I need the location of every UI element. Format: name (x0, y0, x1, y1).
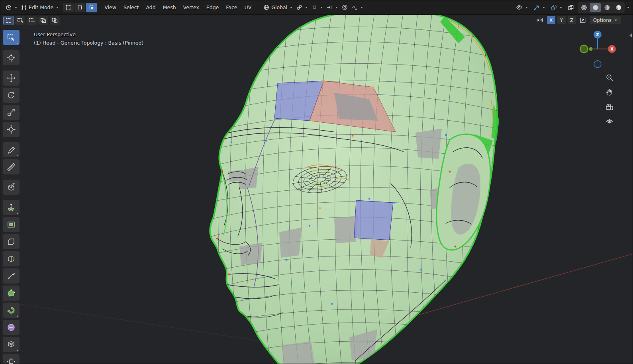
gizmo-z-negative[interactable] (594, 61, 601, 68)
orientation-globe-icon (263, 4, 269, 10)
menu-face[interactable]: Face (222, 3, 241, 12)
select-preset-new[interactable] (4, 16, 14, 25)
tool-rotate[interactable] (3, 88, 20, 103)
select-mode-edge[interactable] (74, 3, 85, 12)
blender-window: User Perspective (1) Head - Generic Topo… (0, 0, 633, 364)
menu-mesh[interactable]: Mesh (159, 3, 180, 12)
tool-spin[interactable] (3, 303, 20, 318)
snap-toggle[interactable] (310, 3, 325, 12)
show-gizmos-dropdown[interactable] (531, 3, 547, 12)
mirror-options-group: X Y Z Options (535, 16, 621, 24)
select-preset-intersect[interactable] (50, 16, 60, 25)
select-mode-vertex[interactable] (63, 3, 74, 12)
shading-solid-button[interactable] (590, 3, 601, 12)
tool-transform[interactable] (3, 122, 20, 137)
tool-select-box[interactable] (3, 30, 20, 45)
annotate-pen-icon (7, 145, 16, 154)
tool-annotate[interactable] (3, 142, 20, 157)
proportional-editing-toggle[interactable] (340, 3, 350, 12)
tool-inset-faces[interactable] (3, 217, 20, 232)
select-mode-group (63, 3, 97, 12)
menu-add[interactable]: Add (142, 3, 159, 12)
mirror-axis-x[interactable]: X (547, 16, 555, 24)
tool-move[interactable] (3, 70, 20, 86)
snap-target-dropdown[interactable] (325, 3, 340, 12)
menu-uv[interactable]: UV (241, 3, 255, 12)
pivot-point-dropdown[interactable] (294, 3, 310, 12)
mirror-axis-y[interactable]: Y (557, 16, 566, 24)
mirror-butterfly-icon (537, 17, 543, 23)
knife-icon (7, 272, 16, 280)
shading-material-button[interactable] (602, 3, 612, 12)
menu-select[interactable]: Select (120, 3, 143, 12)
toggle-xray-button[interactable] (566, 3, 576, 12)
tool-measure[interactable] (3, 159, 20, 174)
mirror-axis-z[interactable]: Z (568, 16, 576, 24)
falloff-curve-icon (352, 4, 358, 10)
select-box-icon (7, 33, 16, 42)
shading-solid-icon (592, 4, 599, 11)
smooth-sphere-icon (7, 323, 16, 332)
viewport-header: Edit Mode (0, 0, 633, 15)
tool-scale[interactable] (3, 105, 20, 120)
editor-type-icon (6, 4, 12, 11)
tool-loop-cut[interactable] (3, 251, 20, 266)
edge-slide-icon (7, 340, 16, 349)
editor-type-button[interactable] (4, 3, 19, 12)
orientation-dropdown[interactable]: Global (261, 3, 294, 12)
edit-mode-icon (21, 5, 27, 10)
gizmo-y-axis[interactable] (580, 45, 588, 53)
region-resize-handle[interactable] (629, 33, 632, 37)
orientation-label: Global (271, 4, 287, 10)
pan-button[interactable] (604, 87, 615, 98)
select-preset-subtract[interactable] (27, 16, 37, 25)
move-icon (7, 74, 16, 82)
proportional-editing-icon (342, 4, 348, 10)
visibility-dropdown[interactable] (514, 2, 530, 12)
show-overlays-dropdown[interactable] (549, 3, 564, 12)
select-subtract-icon (29, 18, 35, 23)
tool-add-cube[interactable] (3, 180, 20, 195)
shading-material-icon (604, 4, 610, 11)
shading-wireframe-button[interactable] (578, 3, 589, 12)
camera-view-button[interactable] (604, 102, 615, 113)
shading-rendered-button[interactable] (613, 3, 624, 12)
cursor-3d-icon (7, 53, 16, 62)
falloff-dropdown[interactable] (350, 3, 365, 12)
menu-view[interactable]: View (101, 3, 120, 12)
pivot-point-icon (296, 4, 302, 10)
loop-cut-icon (7, 254, 16, 263)
tool-rip-region[interactable] (3, 354, 20, 364)
tool-poly-build[interactable] (3, 286, 20, 301)
options-dropdown[interactable]: Options (590, 16, 621, 24)
tool-cursor-3d[interactable] (3, 50, 20, 65)
snap-symmetry-toggle[interactable] (578, 16, 588, 24)
mode-dropdown[interactable]: Edit Mode (19, 3, 61, 12)
select-mode-face[interactable] (86, 3, 97, 12)
inset-faces-icon (7, 220, 16, 229)
shading-mode-group (578, 2, 625, 13)
select-intersect-icon (52, 18, 58, 23)
menu-edge[interactable]: Edge (203, 3, 222, 12)
tool-extrude-region[interactable] (3, 200, 20, 215)
toggle-grid-button[interactable] (604, 116, 615, 127)
menu-vertex[interactable]: Vertex (180, 3, 203, 12)
navigation-gizmo[interactable]: Z X (578, 29, 617, 69)
select-preset-invert[interactable] (38, 16, 48, 25)
snap-magnet-icon (312, 4, 317, 10)
options-label: Options (593, 18, 611, 23)
tool-bevel[interactable] (3, 234, 20, 249)
mirror-toggle[interactable] (535, 16, 545, 24)
spin-icon (7, 306, 16, 315)
shading-dropdown[interactable] (627, 7, 629, 8)
zoom-button[interactable] (604, 72, 615, 83)
3d-viewport[interactable]: User Perspective (1) Head - Generic Topo… (0, 0, 633, 364)
tool-edge-slide[interactable] (3, 337, 20, 352)
select-preset-extend[interactable] (15, 16, 25, 25)
shading-wireframe-icon (581, 4, 587, 11)
tool-smooth[interactable] (3, 320, 20, 335)
tool-knife[interactable] (3, 268, 20, 284)
toggle-xray-icon (568, 4, 574, 11)
measure-ruler-icon (7, 162, 16, 171)
shading-rendered-icon (615, 4, 622, 11)
